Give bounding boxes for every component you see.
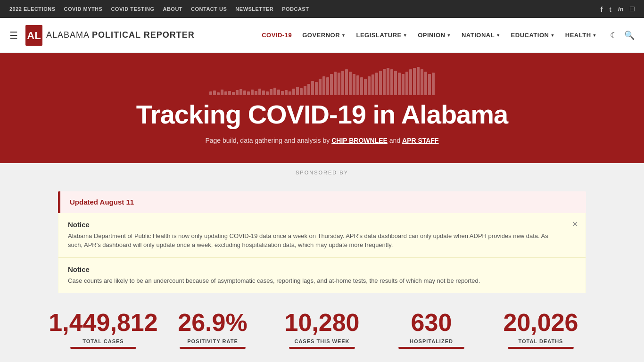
- chart-bar: [383, 69, 386, 95]
- chart-bar: [243, 90, 246, 95]
- search-icon[interactable]: 🔍: [624, 30, 635, 41]
- chart-bar: [390, 69, 393, 95]
- chart-bar: [375, 73, 378, 95]
- stat-number-4: 20,026: [486, 310, 595, 335]
- notice-text-0: Alabama Department of Public Health is n…: [68, 231, 562, 250]
- stat-label-4: TOTAL DEATHS: [486, 338, 595, 344]
- chart-bar: [213, 90, 216, 95]
- topbar-nav-item-covid-myths[interactable]: COVID MYTHS: [64, 6, 102, 12]
- stat-label-3: HOSPITALIZED: [377, 338, 486, 344]
- stat-bar-2: [289, 347, 355, 349]
- chart-bar: [394, 71, 397, 95]
- chart-bar: [345, 69, 348, 95]
- nav-link-education[interactable]: EDUCATION ▼: [507, 29, 559, 41]
- chart-bar: [251, 90, 254, 95]
- nav-link-covid-19[interactable]: COVID-19: [258, 29, 296, 41]
- chart-bar: [262, 90, 265, 95]
- chevron-down-icon: ▼: [403, 33, 407, 38]
- alabama-logo-icon: AL: [25, 25, 42, 46]
- notice-box-0: Notice Alabama Department of Public Heal…: [58, 213, 586, 258]
- chart-bar: [300, 88, 303, 95]
- chart-bar: [360, 77, 363, 95]
- stat-number-3: 630: [377, 310, 486, 335]
- stat-label-1: POSITIVITY RATE: [158, 338, 267, 344]
- chart-bar: [247, 91, 250, 95]
- chart-bar: [311, 81, 314, 95]
- chart-bar: [338, 73, 340, 95]
- stat-number-0: 1,449,812: [49, 310, 158, 335]
- stat-item-0: 1,449,812 TOTAL CASES: [49, 310, 158, 349]
- chevron-down-icon: ▼: [341, 33, 346, 38]
- chart-bar: [364, 79, 367, 95]
- chart-bar: [428, 74, 431, 95]
- chart-bar: [221, 90, 223, 95]
- hero-chart: [9, 67, 635, 95]
- chart-bar: [356, 75, 359, 95]
- chart-bar: [398, 73, 401, 95]
- notice-container: ✕ Notice Alabama Department of Public He…: [58, 213, 586, 294]
- hamburger-menu[interactable]: ☰: [9, 30, 18, 41]
- hero-section: Tracking COVID-19 in Alabama Page build,…: [0, 53, 644, 163]
- nav-link-national[interactable]: NATIONAL ▼: [458, 29, 504, 41]
- stat-bar-0: [70, 347, 136, 349]
- chevron-down-icon: ▼: [447, 33, 451, 38]
- sponsored-label: SPONSORED BY: [296, 170, 348, 175]
- facebook-icon[interactable]: f: [601, 5, 603, 13]
- chart-bar: [304, 86, 306, 95]
- topbar-nav-item-2022-elections[interactable]: 2022 ELECTIONS: [9, 6, 55, 12]
- chart-bar: [296, 87, 299, 95]
- notice-text-1: Case counts are likely to be an undercou…: [68, 276, 562, 286]
- nav-icons: ☾ 🔍: [610, 30, 635, 41]
- chevron-down-icon: ▼: [550, 33, 554, 38]
- chart-bar: [277, 90, 280, 95]
- topbar-nav-item-covid-testing[interactable]: COVID TESTING: [111, 6, 154, 12]
- chart-bar: [255, 91, 257, 95]
- author2-link[interactable]: APR STAFF: [402, 137, 439, 144]
- nav-link-opinion[interactable]: OPINION ▼: [414, 29, 455, 41]
- chart-bar: [228, 91, 231, 95]
- instagram-icon[interactable]: in: [618, 6, 624, 13]
- nav-link-legislature[interactable]: LEGISLATURE ▼: [352, 29, 411, 41]
- chart-bar: [292, 89, 295, 95]
- chart-bar: [236, 90, 239, 95]
- chart-bar: [285, 90, 288, 95]
- chart-bar: [258, 89, 261, 95]
- stat-label-2: CASES THIS WEEK: [267, 338, 377, 344]
- stat-bar-3: [398, 347, 464, 349]
- chart-bar: [424, 72, 427, 95]
- chart-bar: [289, 91, 291, 95]
- stat-label-0: TOTAL CASES: [49, 338, 158, 344]
- sponsored-bar: SPONSORED BY: [0, 163, 644, 182]
- stat-bar-4: [508, 347, 573, 349]
- chart-bar: [239, 89, 242, 95]
- top-bar-nav: 2022 ELECTIONSCOVID MYTHSCOVID TESTINGAB…: [9, 6, 309, 12]
- svg-text:AL: AL: [27, 30, 41, 41]
- nav-link-governor[interactable]: GOVERNOR ▼: [298, 29, 349, 41]
- author1-link[interactable]: CHIP BROWNLEE: [331, 137, 388, 144]
- hero-title: Tracking COVID-19 in Alabama: [9, 100, 635, 129]
- chart-bar: [341, 71, 344, 95]
- topbar-nav-item-podcast[interactable]: PODCAST: [282, 6, 309, 12]
- nav-links: COVID-19GOVERNOR ▼LEGISLATURE ▼OPINION ▼…: [258, 29, 601, 41]
- chart-bar: [368, 76, 371, 95]
- chart-bar: [266, 91, 269, 95]
- top-bar-social: f t in □: [601, 5, 635, 13]
- stat-item-4: 20,026 TOTAL DEATHS: [486, 310, 595, 349]
- main-nav: ☰ AL ALABAMA POLITICAL REPORTER COVID-19…: [0, 18, 644, 53]
- chart-bar: [421, 69, 423, 95]
- bookmark-icon[interactable]: □: [630, 5, 635, 13]
- topbar-nav-item-contact-us[interactable]: CONTACT US: [191, 6, 227, 12]
- chart-bar: [217, 92, 220, 95]
- stat-item-2: 10,280 CASES THIS WEEK: [267, 310, 377, 349]
- notice-title-1: Notice: [68, 265, 562, 273]
- chart-bar: [402, 74, 405, 95]
- nav-link-health[interactable]: HEALTH ▼: [561, 29, 601, 41]
- site-logo[interactable]: AL ALABAMA POLITICAL REPORTER: [25, 25, 195, 46]
- updated-notice: Updated August 11: [58, 191, 586, 213]
- twitter-icon[interactable]: t: [610, 5, 611, 13]
- stat-item-1: 26.9% POSITIVITY RATE: [158, 310, 267, 349]
- topbar-nav-item-newsletter[interactable]: NEWSLETTER: [235, 6, 273, 12]
- close-notice-button[interactable]: ✕: [572, 220, 578, 229]
- dark-mode-toggle[interactable]: ☾: [610, 30, 618, 41]
- topbar-nav-item-about[interactable]: ABOUT: [163, 6, 182, 12]
